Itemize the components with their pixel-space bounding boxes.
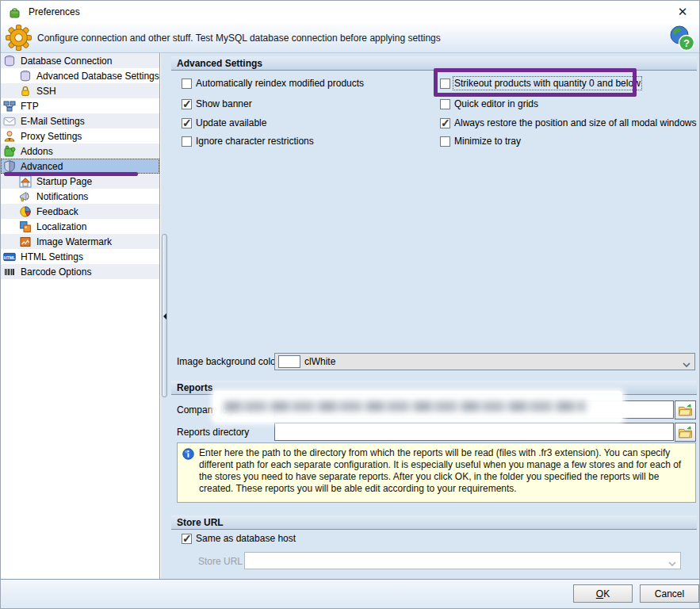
checkbox-reindex-products[interactable]: Automatically reindex modified products	[182, 78, 364, 89]
checkbox[interactable]	[182, 99, 192, 109]
pie-chart-icon	[19, 205, 33, 218]
sidebar-item-image-watermark[interactable]: Image Watermark	[1, 234, 159, 249]
ok-button[interactable]: OK	[573, 584, 633, 603]
note-text: Enter here the path to the directory fro…	[199, 447, 681, 494]
banner-text: Configure connection and other stuff. Te…	[37, 33, 441, 44]
sidebar-item-email-settings[interactable]: E-Mail Settings	[1, 113, 159, 128]
puzzle-icon	[3, 145, 17, 158]
sidebar-item-ssh[interactable]: SSH	[1, 83, 159, 98]
gear-icon	[6, 25, 32, 51]
network-icon	[3, 100, 17, 113]
svg-text:HTML: HTML	[4, 255, 16, 259]
title-bar: Preferences ✕	[1, 1, 699, 23]
help-globe-icon[interactable]: ?	[668, 25, 695, 52]
checkbox[interactable]	[182, 79, 192, 89]
envelope-icon	[3, 115, 17, 128]
checkbox-restore-modal-windows[interactable]: Always restore the position and size of …	[440, 117, 696, 128]
section-header-store-url: Store URL	[171, 515, 697, 530]
svg-text:?: ?	[683, 37, 690, 49]
store-url-combobox	[244, 552, 681, 569]
user-icon	[3, 130, 17, 143]
section-header-advanced-settings: Advanced Settings	[171, 56, 697, 71]
sidebar-item-notifications[interactable]: Notifications	[1, 189, 159, 204]
database-icon	[3, 55, 17, 67]
sidebar-item-localization[interactable]: Localization	[1, 219, 159, 234]
redacted-company-logo-path	[213, 391, 622, 422]
megaphone-icon	[19, 190, 33, 203]
checkbox[interactable]	[440, 79, 450, 89]
browse-reports-directory-button[interactable]	[675, 423, 696, 442]
cancel-button[interactable]: Cancel	[640, 584, 699, 603]
checkbox-minimize-to-tray[interactable]: Minimize to tray	[440, 136, 521, 147]
annotation-underline-advanced	[4, 172, 138, 176]
main-panel: Advanced Settings Automatically reindex …	[170, 53, 699, 579]
lock-icon	[19, 85, 33, 98]
color-value: clWhite	[304, 356, 335, 367]
reports-directory-input[interactable]	[274, 423, 674, 441]
close-icon[interactable]: ✕	[675, 4, 690, 20]
image-background-color-label: Image background color	[177, 356, 279, 367]
sidebar-item-proxy-settings[interactable]: Proxy Settings	[1, 128, 159, 144]
info-icon	[182, 448, 194, 460]
color-swatch-white	[278, 355, 300, 368]
splitter-collapse-handle[interactable]	[162, 234, 167, 397]
open-folder-icon	[678, 426, 693, 439]
checkbox[interactable]	[182, 118, 192, 128]
html-icon: HTML	[3, 251, 17, 263]
sidebar-item-advanced-database-settings[interactable]: Advanced Database Settings	[1, 68, 159, 83]
sidebar-item-database-connection[interactable]: Database Connection	[1, 53, 159, 68]
checkbox[interactable]	[440, 99, 450, 109]
checkbox-update-available[interactable]: Update available	[182, 117, 266, 128]
preferences-dialog: Preferences ✕ Configure connecti	[0, 0, 700, 609]
window-title: Preferences	[29, 6, 80, 17]
browse-company-logo-button[interactable]	[675, 400, 696, 419]
checkbox[interactable]	[182, 136, 192, 147]
checkbox-strikeout-products[interactable]: Strikeout products with quantity 0 and b…	[440, 78, 641, 89]
checkbox[interactable]	[182, 534, 192, 544]
reports-directory-label: Reports directory	[177, 427, 249, 438]
image-background-color-combobox[interactable]: clWhite	[274, 353, 695, 370]
barcode-icon	[3, 266, 17, 278]
shopping-bag-icon	[8, 6, 21, 19]
database-icon	[19, 70, 33, 82]
footer-bar: OK Cancel	[1, 579, 699, 608]
sidebar-item-addons[interactable]: Addons	[1, 144, 159, 159]
image-icon	[19, 236, 33, 248]
chevron-down-icon	[668, 558, 675, 565]
store-url-label: Store URL	[198, 556, 243, 567]
home-icon	[19, 175, 33, 188]
localization-icon	[19, 220, 33, 233]
checkbox[interactable]	[440, 118, 450, 128]
shield-icon	[3, 160, 17, 173]
sidebar-item-feedback[interactable]: Feedback	[1, 204, 159, 219]
collapse-left-icon	[163, 313, 166, 320]
checkbox[interactable]	[440, 136, 450, 147]
open-folder-icon	[678, 404, 693, 416]
settings-tree: Database Connection Advanced Database Se…	[1, 53, 160, 580]
chevron-down-icon	[683, 359, 689, 366]
checkbox-show-banner[interactable]: Show banner	[182, 98, 252, 109]
sidebar-item-barcode-options[interactable]: Barcode Options	[1, 264, 159, 279]
header-banner: Configure connection and other stuff. Te…	[1, 23, 699, 53]
checkbox-same-as-database-host[interactable]: Same as database host	[182, 533, 296, 544]
sidebar-item-html-settings[interactable]: HTML HTML Settings	[1, 249, 159, 264]
reports-info-note: Enter here the path to the directory fro…	[177, 442, 696, 503]
checkbox-quick-editor[interactable]: Quick editor in grids	[440, 98, 538, 109]
sidebar-item-ftp[interactable]: FTP	[1, 98, 159, 113]
checkbox-ignore-character-restrictions[interactable]: Ignore character restrictions	[182, 136, 314, 147]
